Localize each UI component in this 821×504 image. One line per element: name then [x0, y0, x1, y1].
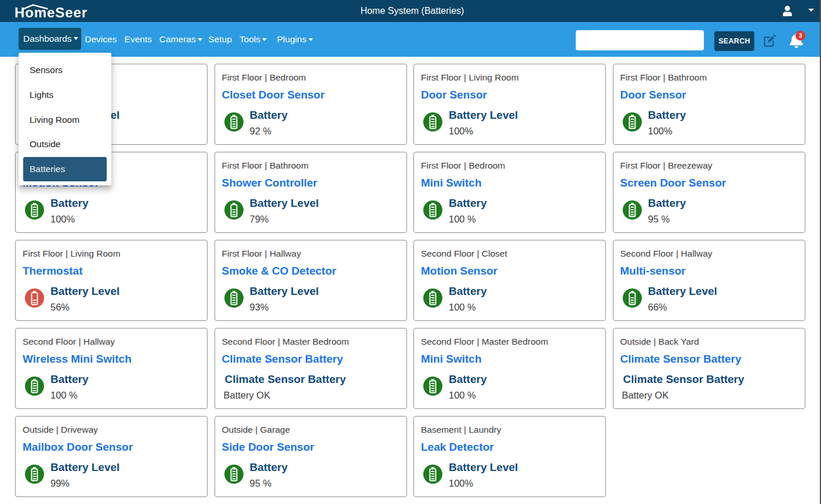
svg-text:HomeSeer: HomeSeer	[14, 5, 87, 20]
